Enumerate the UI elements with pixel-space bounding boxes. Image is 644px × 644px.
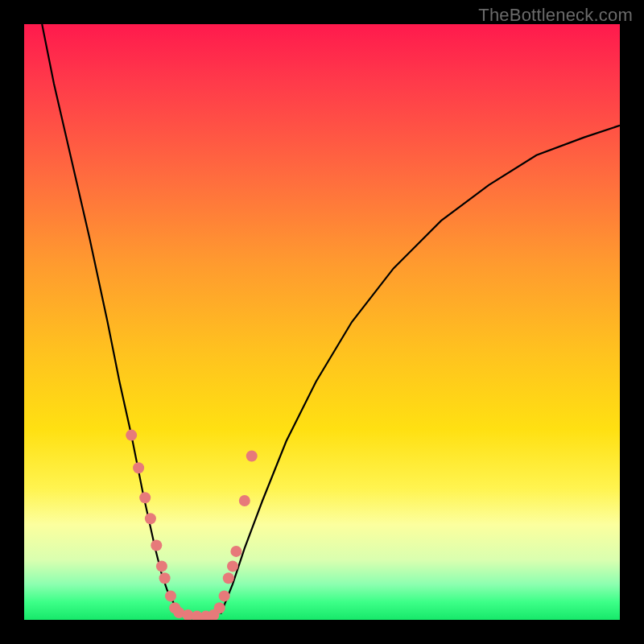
data-point xyxy=(246,451,258,462)
data-point xyxy=(230,546,242,557)
data-point xyxy=(223,572,234,584)
data-point xyxy=(139,492,151,503)
data-point xyxy=(156,560,167,572)
data-point xyxy=(219,590,230,601)
data-point xyxy=(165,590,176,601)
data-point xyxy=(145,513,156,524)
data-point xyxy=(239,495,250,506)
right-curve xyxy=(221,126,620,614)
data-dots xyxy=(126,430,258,620)
data-point xyxy=(126,430,137,441)
data-point xyxy=(159,572,171,584)
bottleneck-chart xyxy=(24,24,620,620)
data-point xyxy=(227,560,238,572)
watermark-text: TheBottleneck.com xyxy=(478,5,633,26)
data-point xyxy=(151,540,162,551)
data-point xyxy=(133,462,144,473)
left-curve xyxy=(42,24,179,614)
